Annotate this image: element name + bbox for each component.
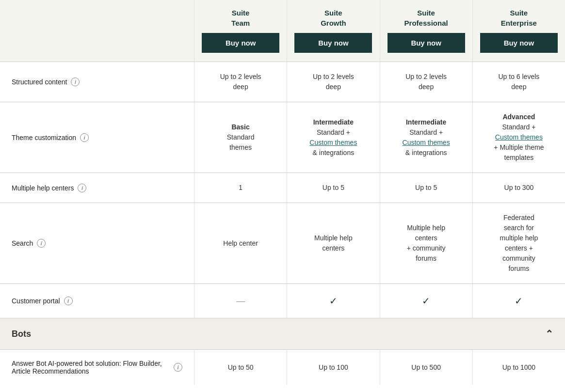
- multiple-help-centers-growth-value: Up to 5: [323, 183, 344, 193]
- bots-section-header: Bots ⌃: [0, 318, 565, 349]
- theme-intermediate-growth-suffix: & integrations: [313, 149, 355, 157]
- theme-intermediate-pro-suffix: & integrations: [405, 149, 447, 157]
- structured-content-text: Structured content: [12, 78, 67, 86]
- answer-bot-text: Answer Bot AI-powered bot solution: Flow…: [12, 360, 170, 375]
- customer-portal-label: Customer portal i: [0, 284, 194, 318]
- plans-header: SuiteTeam Buy now SuiteGrowth Buy now Su…: [0, 0, 565, 62]
- answer-bot-enterprise-value: Up to 1000: [502, 362, 536, 373]
- plan-team-name: SuiteTeam: [200, 8, 281, 28]
- theme-customization-team: Basic Standardthemes: [194, 102, 287, 172]
- answer-bot-label: Answer Bot AI-powered bot solution: Flow…: [0, 350, 194, 385]
- theme-intermediate-pro-prefix: Standard +: [409, 128, 443, 136]
- customer-portal-team: —: [194, 284, 287, 318]
- multiple-help-centers-professional: Up to 5: [380, 173, 472, 203]
- theme-intermediate-growth-prefix: Standard +: [317, 128, 350, 136]
- structured-content-label: Structured content i: [0, 62, 194, 102]
- header-empty: [0, 0, 194, 62]
- search-team-value: Help center: [223, 238, 258, 249]
- customer-portal-info-icon[interactable]: i: [64, 297, 73, 305]
- theme-intermediate-pro-label: Intermediate: [406, 118, 446, 126]
- multiple-help-centers-enterprise-value: Up to 300: [504, 183, 534, 193]
- plan-team-header: SuiteTeam Buy now: [194, 0, 287, 62]
- customer-portal-team-dash: —: [236, 295, 245, 308]
- answer-bot-growth: Up to 100: [287, 350, 379, 385]
- theme-customization-growth-value: Intermediate Standard + Custom themes & …: [309, 117, 357, 158]
- buy-growth-button[interactable]: Buy now: [294, 33, 372, 53]
- structured-content-growth-value: Up to 2 levelsdeep: [313, 72, 354, 92]
- multiple-help-centers-enterprise: Up to 300: [472, 173, 565, 203]
- plan-professional-header: SuiteProfessional Buy now: [380, 0, 472, 62]
- structured-content-professional: Up to 2 levelsdeep: [380, 62, 472, 102]
- theme-customization-label: Theme customization i: [0, 102, 194, 172]
- search-text: Search: [12, 239, 33, 247]
- theme-customization-info-icon[interactable]: i: [80, 133, 89, 142]
- multiple-help-centers-text: Multiple help centers: [12, 184, 74, 192]
- theme-basic-desc: Standardthemes: [227, 133, 255, 151]
- structured-content-row: Structured content i Up to 2 levelsdeep …: [0, 62, 565, 102]
- search-row: Search i Help center Multiple helpcenter…: [0, 203, 565, 283]
- comparison-container: SuiteTeam Buy now SuiteGrowth Buy now Su…: [0, 0, 565, 385]
- search-enterprise: Federatedsearch formultiple helpcenters …: [472, 203, 565, 283]
- customer-portal-row: Customer portal i — ✓ ✓ ✓: [0, 283, 565, 318]
- theme-customization-professional: Intermediate Standard + Custom themes & …: [380, 102, 472, 172]
- structured-content-enterprise: Up to 6 levelsdeep: [472, 62, 565, 102]
- structured-content-team-value: Up to 2 levelsdeep: [220, 72, 261, 92]
- multiple-help-centers-team-value: 1: [239, 183, 242, 193]
- search-growth-value: Multiple helpcenters: [314, 233, 353, 253]
- buy-team-button[interactable]: Buy now: [202, 33, 279, 53]
- multiple-help-centers-label: Multiple help centers i: [0, 173, 194, 203]
- custom-themes-enterprise-link[interactable]: Custom themes: [495, 133, 543, 141]
- plan-professional-name: SuiteProfessional: [386, 8, 467, 28]
- bots-section-expand[interactable]: Bots ⌃: [0, 318, 565, 349]
- search-label: Search i: [0, 203, 194, 283]
- structured-content-growth: Up to 2 levelsdeep: [287, 62, 379, 102]
- customer-portal-pro-check: ✓: [422, 294, 430, 308]
- plan-enterprise-name: SuiteEnterprise: [479, 8, 559, 28]
- customer-portal-enterprise: ✓: [472, 284, 565, 318]
- structured-content-enterprise-value: Up to 6 levelsdeep: [498, 72, 539, 92]
- plan-enterprise-header: SuiteEnterprise Buy now: [472, 0, 565, 62]
- theme-customization-text: Theme customization: [12, 134, 76, 141]
- buy-enterprise-button[interactable]: Buy now: [480, 33, 558, 53]
- search-professional: Multiple helpcenters+ communityforums: [380, 203, 472, 283]
- search-enterprise-value: Federatedsearch formultiple helpcenters …: [500, 213, 538, 274]
- theme-customization-professional-value: Intermediate Standard + Custom themes & …: [403, 117, 450, 158]
- theme-intermediate-growth-label: Intermediate: [313, 118, 354, 126]
- theme-customization-enterprise-value: Advanced Standard + Custom themes + Mult…: [494, 112, 544, 163]
- custom-themes-pro-link[interactable]: Custom themes: [403, 139, 450, 146]
- customer-portal-growth: ✓: [287, 284, 379, 318]
- bots-section-label: Bots: [12, 329, 31, 339]
- theme-advanced-label: Advanced: [502, 113, 535, 121]
- answer-bot-pro-value: Up to 500: [411, 362, 441, 373]
- multiple-help-centers-growth: Up to 5: [287, 173, 379, 203]
- answer-bot-professional: Up to 500: [380, 350, 472, 385]
- structured-content-info-icon[interactable]: i: [71, 78, 80, 86]
- customer-portal-growth-check: ✓: [329, 294, 338, 308]
- search-info-icon[interactable]: i: [37, 239, 46, 248]
- customer-portal-text: Customer portal: [12, 297, 60, 305]
- answer-bot-growth-value: Up to 100: [319, 362, 348, 373]
- bots-chevron-up-icon: ⌃: [545, 328, 553, 340]
- answer-bot-row: Answer Bot AI-powered bot solution: Flow…: [0, 349, 565, 385]
- answer-bot-team: Up to 50: [194, 350, 287, 385]
- answer-bot-enterprise: Up to 1000: [472, 350, 565, 385]
- theme-customization-growth: Intermediate Standard + Custom themes & …: [287, 102, 379, 172]
- answer-bot-team-value: Up to 50: [228, 362, 254, 373]
- theme-advanced-suffix: + Multiple themetemplates: [494, 143, 544, 161]
- theme-customization-enterprise: Advanced Standard + Custom themes + Mult…: [472, 102, 565, 172]
- buy-professional-button[interactable]: Buy now: [387, 33, 465, 53]
- answer-bot-info-icon[interactable]: i: [174, 363, 182, 372]
- multiple-help-centers-pro-value: Up to 5: [415, 183, 437, 193]
- structured-content-team: Up to 2 levelsdeep: [194, 62, 287, 102]
- search-pro-value: Multiple helpcenters+ communityforums: [407, 223, 446, 264]
- search-growth: Multiple helpcenters: [287, 203, 379, 283]
- custom-themes-growth-link[interactable]: Custom themes: [309, 139, 357, 146]
- theme-customization-row: Theme customization i Basic Standardthem…: [0, 102, 565, 172]
- customer-portal-professional: ✓: [380, 284, 472, 318]
- theme-basic-label: Basic: [231, 123, 249, 131]
- multiple-help-centers-info-icon[interactable]: i: [78, 184, 86, 192]
- customer-portal-enterprise-check: ✓: [515, 294, 523, 308]
- plan-growth-name: SuiteGrowth: [293, 8, 373, 28]
- theme-advanced-prefix: Standard +: [502, 123, 535, 131]
- multiple-help-centers-team: 1: [194, 173, 287, 203]
